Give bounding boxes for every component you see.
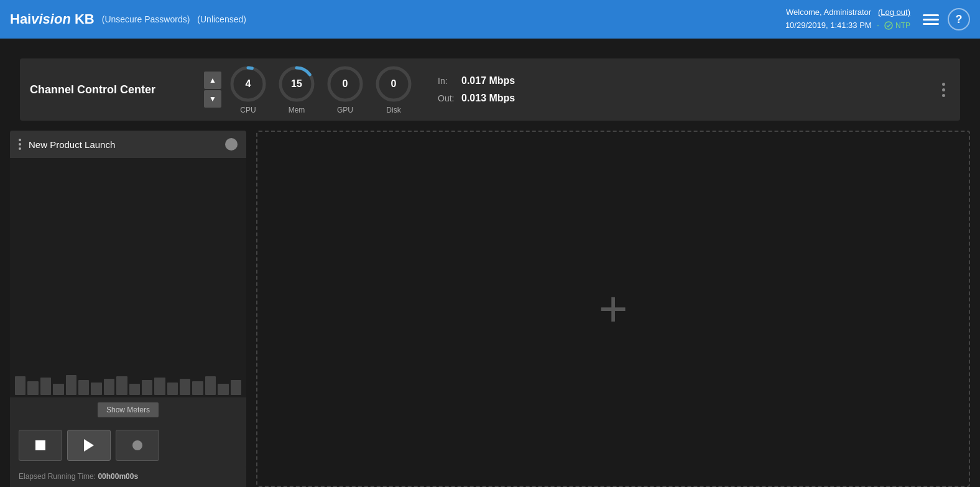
scroll-down-button[interactable]: ▼ [204, 90, 221, 108]
control-bar-title: Channel Control Center [30, 83, 204, 96]
disk-gauge-circle: 0 [374, 65, 413, 103]
ntp-separator: - [877, 19, 879, 32]
channel-preview [10, 158, 246, 397]
preview-bar [167, 383, 178, 395]
brand-kb: KB [75, 11, 95, 27]
brand-hai: Hai [10, 11, 31, 27]
header-user: Welcome, Administrator (Log out) 10/29/2… [785, 6, 910, 32]
stop-icon [35, 440, 45, 450]
gpu-gauge: 0 GPU [326, 65, 364, 114]
cpu-gauge: 4 CPU [229, 65, 267, 114]
arrow-controls: ▲ ▼ [204, 72, 221, 108]
channel-card-header: New Product Launch [10, 131, 246, 158]
bw-out-value: 0.013 Mbps [461, 93, 515, 104]
unlicensed-warning: (Unlicensed) [197, 14, 246, 24]
stop-button[interactable] [19, 430, 62, 461]
main-content: New Product Launch [0, 131, 980, 487]
record-button[interactable] [116, 430, 159, 461]
header-icons: ? [923, 8, 970, 30]
bw-in-label: In: [438, 76, 456, 86]
checkmark-icon [884, 21, 893, 30]
preview-bar [91, 383, 101, 395]
brand-vision: vision [31, 11, 71, 27]
preview-bar [231, 380, 241, 395]
preview-bar [27, 381, 38, 395]
preview-bar [129, 384, 140, 395]
bw-out-row: Out: 0.013 Mbps [438, 93, 515, 104]
preview-bar [40, 378, 51, 395]
start-button[interactable] [67, 430, 111, 461]
mem-value: 15 [291, 78, 302, 90]
mem-gauge-circle: 15 [277, 65, 316, 103]
scroll-up-button[interactable]: ▲ [204, 72, 221, 89]
header-left: Haivision KB (Unsecure Passwords) (Unlic… [10, 11, 246, 27]
bandwidth-info: In: 0.017 Mbps Out: 0.013 Mbps [438, 75, 515, 104]
gpu-gauge-circle: 0 [326, 65, 364, 103]
control-bar-wrapper: Channel Control Center ▲ ▼ 4 CPU [0, 39, 980, 121]
ntp-badge: NTP [884, 20, 910, 32]
control-bar-menu-dots[interactable] [937, 78, 950, 102]
add-plus-icon: + [599, 284, 628, 334]
gauges: 4 CPU 15 Mem [229, 65, 413, 114]
preview-bar [66, 375, 76, 395]
show-meters-row: Show Meters [10, 397, 246, 422]
gpu-value: 0 [343, 78, 348, 90]
channel-name: New Product Launch [29, 139, 218, 150]
help-button[interactable]: ? [948, 8, 970, 30]
disk-gauge: 0 Disk [374, 65, 413, 114]
record-icon [132, 440, 142, 450]
mem-label: Mem [289, 106, 305, 114]
preview-bar [192, 381, 203, 395]
preview-bar [180, 379, 190, 395]
preview-bar [104, 379, 114, 395]
channel-card: New Product Launch [10, 131, 246, 487]
cpu-gauge-circle: 4 [229, 65, 267, 103]
datetime-text: 10/29/2019, 1:41:33 PM [785, 19, 872, 32]
preview-bar [15, 376, 25, 395]
unsecure-warning: (Unsecure Passwords) [102, 14, 190, 24]
menu-button[interactable] [923, 14, 939, 25]
preview-bar [154, 378, 165, 395]
brand-logo: Haivision KB [10, 11, 95, 27]
control-bar: Channel Control Center ▲ ▼ 4 CPU [20, 58, 960, 121]
cpu-value: 4 [246, 78, 251, 90]
preview-bar [53, 384, 63, 395]
header-right: Welcome, Administrator (Log out) 10/29/2… [785, 6, 970, 32]
start-icon-wrapper [68, 430, 110, 460]
disk-value: 0 [391, 78, 397, 90]
preview-bar [78, 380, 89, 395]
preview-bar [116, 376, 127, 395]
bw-in-row: In: 0.017 Mbps [438, 75, 515, 86]
show-meters-button[interactable]: Show Meters [98, 402, 159, 417]
channel-status-dot [225, 138, 238, 151]
logout-link[interactable]: (Log out) [878, 7, 910, 17]
datetime-ntp: 10/29/2019, 1:41:33 PM - NTP [785, 19, 910, 32]
channel-menu-dots[interactable] [19, 139, 21, 150]
play-icon [84, 439, 94, 452]
preview-bar [218, 384, 228, 395]
elapsed-value: 00h00m00s [98, 472, 138, 481]
bw-in-value: 0.017 Mbps [461, 75, 515, 86]
top-header: Haivision KB (Unsecure Passwords) (Unlic… [0, 0, 980, 39]
mem-gauge: 15 Mem [277, 65, 316, 114]
preview-bar [205, 376, 216, 395]
disk-label: Disk [386, 106, 400, 114]
cpu-label: CPU [240, 106, 256, 114]
preview-bars [10, 366, 246, 397]
elapsed-time: Elapsed Running Time: 00h00m00s [10, 468, 246, 487]
add-channel-area[interactable]: + [256, 131, 970, 487]
gpu-label: GPU [337, 106, 353, 114]
bw-out-label: Out: [438, 93, 456, 103]
welcome-text: Welcome, Administrator (Log out) [785, 6, 910, 19]
preview-bar [142, 380, 152, 395]
channel-controls [10, 422, 246, 468]
